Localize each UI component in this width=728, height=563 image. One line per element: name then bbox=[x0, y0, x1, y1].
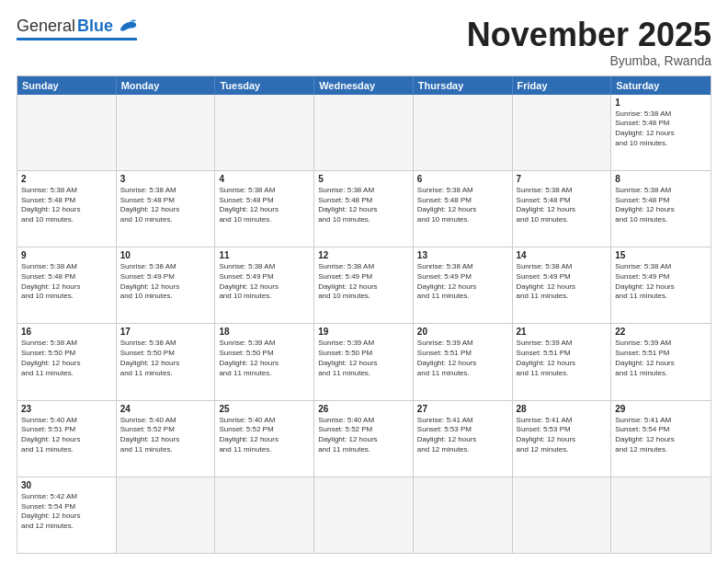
calendar-cell: 2Sunrise: 5:38 AMSunset: 5:48 PMDaylight… bbox=[17, 171, 117, 247]
calendar-cell: 24Sunrise: 5:40 AMSunset: 5:52 PMDayligh… bbox=[117, 401, 216, 477]
day-number: 29 bbox=[615, 404, 707, 414]
day-number: 20 bbox=[417, 327, 508, 337]
calendar-week-row: 1Sunrise: 5:38 AMSunset: 5:48 PMDaylight… bbox=[17, 95, 711, 170]
day-number: 2 bbox=[21, 174, 112, 184]
calendar-header: SundayMondayTuesdayWednesdayThursdayFrid… bbox=[17, 76, 711, 95]
day-number: 6 bbox=[417, 174, 508, 184]
logo-area: General Blue bbox=[17, 17, 137, 40]
cell-sun-info: Sunrise: 5:41 AMSunset: 5:53 PMDaylight:… bbox=[417, 416, 508, 455]
location-subtitle: Byumba, Rwanda bbox=[467, 53, 711, 68]
calendar-cell: 19Sunrise: 5:39 AMSunset: 5:50 PMDayligh… bbox=[314, 324, 414, 399]
page: General Blue November 2025 Byumba, Rwand… bbox=[0, 0, 728, 563]
calendar-week-row: 30Sunrise: 5:42 AMSunset: 5:54 PMDayligh… bbox=[17, 477, 711, 553]
cell-sun-info: Sunrise: 5:38 AMSunset: 5:50 PMDaylight:… bbox=[21, 339, 112, 378]
calendar-cell: 11Sunrise: 5:38 AMSunset: 5:49 PMDayligh… bbox=[215, 247, 314, 323]
cell-sun-info: Sunrise: 5:38 AMSunset: 5:48 PMDaylight:… bbox=[318, 186, 409, 225]
day-number: 8 bbox=[615, 174, 707, 184]
calendar-cell: 9Sunrise: 5:38 AMSunset: 5:48 PMDaylight… bbox=[17, 247, 117, 323]
day-number: 3 bbox=[120, 174, 211, 184]
day-number: 27 bbox=[417, 404, 508, 414]
weekday-header: Thursday bbox=[414, 76, 513, 95]
calendar-cell: 1Sunrise: 5:38 AMSunset: 5:48 PMDaylight… bbox=[611, 95, 711, 170]
weekday-header: Friday bbox=[513, 76, 612, 95]
calendar-cell: 28Sunrise: 5:41 AMSunset: 5:53 PMDayligh… bbox=[513, 401, 612, 477]
cell-sun-info: Sunrise: 5:38 AMSunset: 5:49 PMDaylight:… bbox=[219, 262, 310, 302]
day-number: 23 bbox=[21, 404, 112, 414]
calendar-cell bbox=[611, 477, 711, 553]
logo-bird-icon bbox=[117, 17, 137, 36]
logo: General Blue bbox=[17, 17, 137, 36]
day-number: 9 bbox=[21, 250, 112, 260]
calendar-cell bbox=[513, 95, 612, 170]
calendar-cell: 23Sunrise: 5:40 AMSunset: 5:51 PMDayligh… bbox=[17, 401, 117, 477]
calendar-cell bbox=[513, 477, 612, 553]
title-area: November 2025 Byumba, Rwanda bbox=[467, 17, 711, 68]
day-number: 15 bbox=[615, 250, 707, 260]
calendar-cell: 4Sunrise: 5:38 AMSunset: 5:48 PMDaylight… bbox=[215, 171, 314, 247]
calendar-cell: 29Sunrise: 5:41 AMSunset: 5:54 PMDayligh… bbox=[611, 401, 711, 477]
cell-sun-info: Sunrise: 5:38 AMSunset: 5:48 PMDaylight:… bbox=[417, 186, 508, 225]
cell-sun-info: Sunrise: 5:39 AMSunset: 5:51 PMDaylight:… bbox=[615, 339, 707, 378]
header: General Blue November 2025 Byumba, Rwand… bbox=[17, 17, 711, 68]
day-number: 13 bbox=[417, 250, 508, 260]
calendar-cell: 10Sunrise: 5:38 AMSunset: 5:49 PMDayligh… bbox=[117, 247, 216, 323]
day-number: 25 bbox=[219, 404, 310, 414]
cell-sun-info: Sunrise: 5:40 AMSunset: 5:52 PMDaylight:… bbox=[120, 416, 211, 455]
calendar-week-row: 23Sunrise: 5:40 AMSunset: 5:51 PMDayligh… bbox=[17, 400, 711, 477]
calendar-cell: 30Sunrise: 5:42 AMSunset: 5:54 PMDayligh… bbox=[17, 477, 117, 553]
calendar-cell: 15Sunrise: 5:38 AMSunset: 5:49 PMDayligh… bbox=[611, 247, 711, 323]
day-number: 16 bbox=[21, 327, 112, 337]
cell-sun-info: Sunrise: 5:39 AMSunset: 5:50 PMDaylight:… bbox=[219, 339, 310, 378]
day-number: 5 bbox=[318, 174, 409, 184]
day-number: 21 bbox=[517, 327, 608, 337]
logo-general: General bbox=[17, 17, 75, 36]
calendar-cell: 17Sunrise: 5:38 AMSunset: 5:50 PMDayligh… bbox=[117, 324, 216, 399]
cell-sun-info: Sunrise: 5:40 AMSunset: 5:52 PMDaylight:… bbox=[318, 416, 409, 455]
cell-sun-info: Sunrise: 5:38 AMSunset: 5:49 PMDaylight:… bbox=[517, 262, 608, 302]
cell-sun-info: Sunrise: 5:38 AMSunset: 5:49 PMDaylight:… bbox=[615, 262, 707, 302]
cell-sun-info: Sunrise: 5:38 AMSunset: 5:48 PMDaylight:… bbox=[517, 186, 608, 225]
day-number: 28 bbox=[517, 404, 608, 414]
calendar-cell: 20Sunrise: 5:39 AMSunset: 5:51 PMDayligh… bbox=[414, 324, 513, 399]
cell-sun-info: Sunrise: 5:38 AMSunset: 5:49 PMDaylight:… bbox=[417, 262, 508, 302]
logo-blue: Blue bbox=[77, 17, 113, 36]
calendar: SundayMondayTuesdayWednesdayThursdayFrid… bbox=[17, 75, 711, 554]
calendar-cell bbox=[314, 95, 414, 170]
weekday-header: Tuesday bbox=[215, 76, 314, 95]
cell-sun-info: Sunrise: 5:40 AMSunset: 5:52 PMDaylight:… bbox=[219, 416, 310, 455]
calendar-cell bbox=[117, 95, 216, 170]
calendar-cell bbox=[215, 95, 314, 170]
calendar-cell bbox=[17, 95, 117, 170]
cell-sun-info: Sunrise: 5:39 AMSunset: 5:50 PMDaylight:… bbox=[318, 339, 409, 378]
calendar-cell: 21Sunrise: 5:39 AMSunset: 5:51 PMDayligh… bbox=[513, 324, 612, 399]
day-number: 11 bbox=[219, 250, 310, 260]
cell-sun-info: Sunrise: 5:41 AMSunset: 5:53 PMDaylight:… bbox=[517, 416, 608, 455]
day-number: 19 bbox=[318, 327, 409, 337]
day-number: 7 bbox=[517, 174, 608, 184]
cell-sun-info: Sunrise: 5:38 AMSunset: 5:48 PMDaylight:… bbox=[615, 109, 707, 149]
calendar-cell: 27Sunrise: 5:41 AMSunset: 5:53 PMDayligh… bbox=[414, 401, 513, 477]
cell-sun-info: Sunrise: 5:38 AMSunset: 5:48 PMDaylight:… bbox=[219, 186, 310, 225]
calendar-week-row: 16Sunrise: 5:38 AMSunset: 5:50 PMDayligh… bbox=[17, 323, 711, 399]
cell-sun-info: Sunrise: 5:38 AMSunset: 5:49 PMDaylight:… bbox=[120, 262, 211, 302]
day-number: 10 bbox=[120, 250, 211, 260]
day-number: 17 bbox=[120, 327, 211, 337]
day-number: 12 bbox=[318, 250, 409, 260]
calendar-cell: 3Sunrise: 5:38 AMSunset: 5:48 PMDaylight… bbox=[117, 171, 216, 247]
calendar-cell: 5Sunrise: 5:38 AMSunset: 5:48 PMDaylight… bbox=[314, 171, 414, 247]
day-number: 24 bbox=[120, 404, 211, 414]
calendar-cell: 8Sunrise: 5:38 AMSunset: 5:48 PMDaylight… bbox=[611, 171, 711, 247]
weekday-header: Saturday bbox=[611, 76, 711, 95]
calendar-cell: 26Sunrise: 5:40 AMSunset: 5:52 PMDayligh… bbox=[314, 401, 414, 477]
calendar-body: 1Sunrise: 5:38 AMSunset: 5:48 PMDaylight… bbox=[17, 95, 711, 553]
calendar-cell: 13Sunrise: 5:38 AMSunset: 5:49 PMDayligh… bbox=[414, 247, 513, 323]
cell-sun-info: Sunrise: 5:39 AMSunset: 5:51 PMDaylight:… bbox=[417, 339, 508, 378]
calendar-cell: 7Sunrise: 5:38 AMSunset: 5:48 PMDaylight… bbox=[513, 171, 612, 247]
calendar-cell: 25Sunrise: 5:40 AMSunset: 5:52 PMDayligh… bbox=[215, 401, 314, 477]
day-number: 4 bbox=[219, 174, 310, 184]
cell-sun-info: Sunrise: 5:41 AMSunset: 5:54 PMDaylight:… bbox=[615, 416, 707, 455]
calendar-cell bbox=[215, 477, 314, 553]
calendar-cell: 14Sunrise: 5:38 AMSunset: 5:49 PMDayligh… bbox=[513, 247, 612, 323]
weekday-header: Monday bbox=[117, 76, 216, 95]
day-number: 18 bbox=[219, 327, 310, 337]
